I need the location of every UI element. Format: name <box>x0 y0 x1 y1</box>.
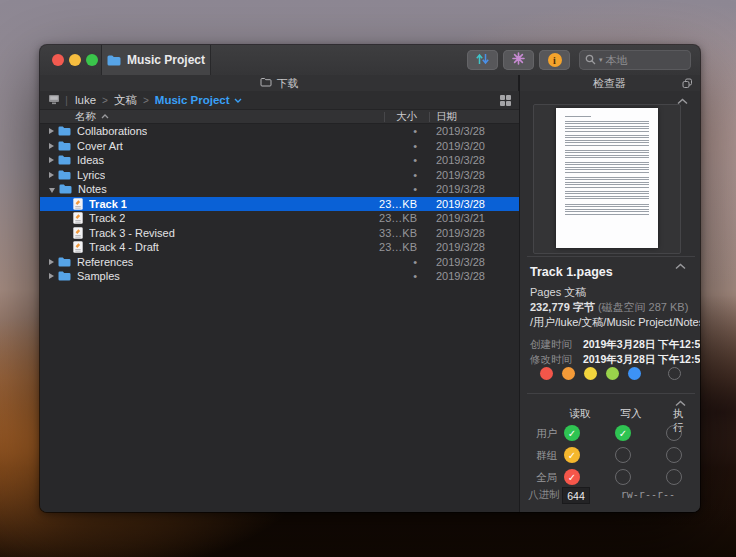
collapse-permissions-chevron-icon[interactable] <box>675 397 686 404</box>
desktop: Music Project i <box>0 0 736 557</box>
disclosure-triangle[interactable] <box>49 273 54 279</box>
permission-empty-write[interactable] <box>615 469 631 485</box>
tag-color-dot[interactable] <box>606 367 619 380</box>
tab-music-project[interactable]: Music Project <box>101 45 211 75</box>
disclosure-triangle[interactable] <box>49 259 54 265</box>
close-button[interactable] <box>52 54 64 66</box>
permission-row: 用户✓✓ <box>520 425 700 443</box>
inspector-pane: Track 1.pages Pages 文稿 232,779 字节 (磁盘空间 … <box>520 91 700 512</box>
file-row-folder[interactable]: Collaborations•2019/3/28 <box>40 124 519 139</box>
file-row-folder[interactable]: Samples•2019/3/28 <box>40 269 519 284</box>
permission-check-read[interactable]: ✓ <box>564 425 580 441</box>
folder-icon <box>59 184 72 194</box>
detach-panel-icon[interactable] <box>682 78 693 91</box>
tag-dots <box>534 367 688 381</box>
permission-empty-exec[interactable] <box>666 425 682 441</box>
permission-check-read[interactable]: ✓ <box>564 469 580 485</box>
breadcrumb: | luke > 文稿 > Music Project <box>40 91 519 109</box>
title-bar: Music Project i <box>40 45 700 76</box>
disclosure-triangle[interactable] <box>49 157 54 163</box>
modified-value: 2019年3月28日 下午12:57 <box>583 353 700 365</box>
file-name: Track 1 <box>89 198 127 210</box>
folder-outline-icon <box>260 77 272 89</box>
section-divider <box>527 393 695 394</box>
file-date: 2019/3/28 <box>417 198 519 210</box>
pages-file-icon <box>73 227 83 239</box>
octal-label: 八进制 <box>528 488 560 500</box>
up-down-arrows-icon <box>475 51 490 69</box>
file-browser-pane: | luke > 文稿 > Music Project 名称 大小 日期 <box>40 91 519 512</box>
file-row-folder[interactable]: Ideas•2019/3/28 <box>40 153 519 168</box>
permission-row: 群组✓ <box>520 447 700 465</box>
file-row-folder[interactable]: Notes•2019/3/28 <box>40 182 519 197</box>
tab-label: Music Project <box>127 53 205 67</box>
breadcrumb-item-user[interactable]: luke <box>75 94 96 106</box>
tag-color-dot[interactable] <box>584 367 597 380</box>
view-mode-grid-icon[interactable] <box>500 95 511 106</box>
size-bytes: 232,779 字节 <box>530 301 595 313</box>
file-row-file[interactable]: Track 223…KB2019/3/21 <box>40 211 519 226</box>
column-header-name[interactable]: 名称 <box>40 110 347 124</box>
created-value: 2019年3月28日 下午12:54 <box>583 338 700 350</box>
permission-check-write[interactable]: ✓ <box>615 425 631 441</box>
tag-color-dot[interactable] <box>628 367 641 380</box>
folder-icon <box>107 55 121 66</box>
column-header-size[interactable]: 大小 <box>347 110 417 124</box>
folder-icon <box>58 126 71 136</box>
file-name: Track 3 - Revised <box>89 227 175 239</box>
inspector-file-name: Track 1.pages <box>530 265 613 279</box>
device-icon[interactable] <box>48 94 60 107</box>
file-name: Ideas <box>77 154 104 166</box>
file-date: 2019/3/28 <box>417 169 519 181</box>
file-row-folder[interactable]: Cover Art•2019/3/20 <box>40 139 519 154</box>
file-row-folder[interactable]: References•2019/3/28 <box>40 255 519 270</box>
inspector-header: 检查器 <box>519 75 700 91</box>
sort-transfer-button[interactable] <box>467 50 498 70</box>
file-name: Notes <box>78 183 107 195</box>
column-separator <box>429 112 430 122</box>
left-pane-title: 下载 <box>277 76 299 91</box>
activity-button[interactable] <box>503 50 534 70</box>
zoom-button[interactable] <box>86 54 98 66</box>
permission-empty-write[interactable] <box>615 447 631 463</box>
tag-none-dot[interactable] <box>668 367 681 380</box>
folder-icon <box>58 271 71 281</box>
minimize-button[interactable] <box>69 54 81 66</box>
search-scope-chevron-icon: ▾ <box>599 56 603 64</box>
tag-color-dot[interactable] <box>540 367 553 380</box>
permission-empty-exec[interactable] <box>666 469 682 485</box>
file-size: • <box>347 154 417 166</box>
permissions-column-headers: 读取 写入 执行 <box>520 407 700 419</box>
breadcrumb-item-documents[interactable]: 文稿 <box>114 93 137 108</box>
file-row-file[interactable]: Track 3 - Revised33…KB2019/3/28 <box>40 226 519 241</box>
inspector-file-size: 232,779 字节 (磁盘空间 287 KB) <box>530 300 688 315</box>
disclosure-triangle[interactable] <box>49 128 54 134</box>
disclosure-triangle[interactable] <box>49 143 54 149</box>
modified-label: 修改时间 <box>530 353 572 365</box>
sort-ascending-icon <box>101 114 109 119</box>
column-header-date[interactable]: 日期 <box>417 110 519 124</box>
breadcrumb-separator: > <box>143 95 149 106</box>
breadcrumb-item-current[interactable]: Music Project <box>155 94 242 106</box>
chevron-down-icon <box>234 98 242 103</box>
disclosure-triangle[interactable] <box>49 188 55 193</box>
file-size: • <box>347 125 417 137</box>
pages-file-icon <box>73 212 83 224</box>
octal-input[interactable]: 644 <box>562 487 590 504</box>
disclosure-triangle[interactable] <box>49 172 54 178</box>
permission-empty-exec[interactable] <box>666 447 682 463</box>
file-row-folder[interactable]: Lyrics•2019/3/28 <box>40 168 519 183</box>
file-row-file[interactable]: Track 4 - Draft23…KB2019/3/28 <box>40 240 519 255</box>
info-button[interactable]: i <box>539 50 570 70</box>
file-list: Collaborations•2019/3/28Cover Art•2019/3… <box>40 124 519 512</box>
collapse-preview-chevron-icon[interactable] <box>677 95 688 102</box>
breadcrumb-current-label: Music Project <box>155 94 230 106</box>
file-name: Collaborations <box>77 125 147 137</box>
created-row: 创建时间 2019年3月28日 下午12:54 <box>530 338 700 352</box>
column-separator <box>384 112 385 122</box>
search-input[interactable]: ▾ 本地 <box>579 50 691 70</box>
collapse-info-chevron-icon[interactable] <box>675 260 686 267</box>
file-row-file[interactable]: Track 123…KB2019/3/28 <box>40 197 519 212</box>
tag-color-dot[interactable] <box>562 367 575 380</box>
permission-check-read[interactable]: ✓ <box>564 447 580 463</box>
